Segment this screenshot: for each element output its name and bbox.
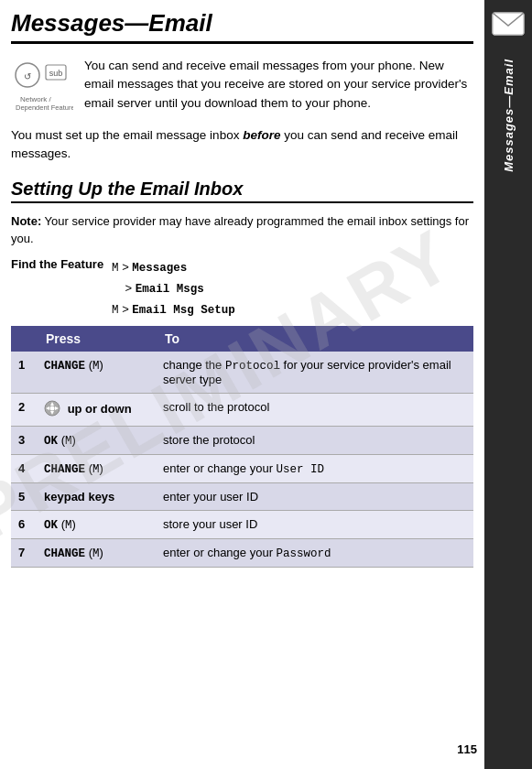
table-row: 4 CHANGE (M) enter or change your User I…: [11, 455, 473, 483]
section-heading: Setting Up the Email Inbox: [11, 179, 473, 203]
press-cell: CHANGE (M): [37, 539, 156, 568]
press-cell: OK (M): [37, 427, 156, 455]
menu-icon-2: M: [112, 304, 119, 317]
to-cell: store the protocol: [156, 427, 473, 455]
table-row: 1 CHANGE (M) change the Protocol for you…: [11, 352, 473, 394]
to-cell: enter or change your Password: [156, 539, 473, 568]
press-ok-3: OK: [44, 435, 58, 448]
row-num: 5: [11, 483, 37, 511]
note-body: Your service provider may have already p…: [11, 214, 469, 246]
press-cell: keypad keys: [37, 483, 156, 511]
userid-word: User ID: [277, 463, 325, 476]
press-change-4: CHANGE: [44, 463, 85, 476]
page-title: Messages—Email: [11, 9, 473, 44]
to-cell: scroll to the protocol: [156, 394, 473, 427]
instruction-table: Press To 1 CHANGE (M) change the Protoco…: [11, 326, 473, 568]
press-cell: CHANGE (M): [37, 455, 156, 483]
table-row: 5 keypad keys enter your user ID: [11, 483, 473, 511]
table-row: 3 OK (M) store the protocol: [11, 427, 473, 455]
col-header-press: Press: [37, 326, 156, 352]
row-num: 2: [11, 394, 37, 427]
svg-text:Network /: Network /: [20, 95, 52, 103]
key-icon-7: M: [92, 547, 100, 560]
network-feature-icon: ↺ sub Network / Dependent Feature: [11, 60, 75, 115]
svg-text:Dependent Feature: Dependent Feature: [16, 103, 73, 112]
note-text: Note: Your service provider may have alr…: [11, 212, 473, 248]
step-email-setup: Email Msg Setup: [132, 304, 235, 317]
sidebar-tab: Messages—Email: [484, 0, 532, 769]
press-cell: OK (M): [37, 511, 156, 539]
press-change-1: CHANGE: [44, 360, 85, 373]
nav-disc-icon: [44, 400, 60, 419]
intro-paragraph-1: You can send and receive email messages …: [84, 57, 473, 113]
key-icon-4: M: [92, 463, 100, 476]
svg-text:sub: sub: [49, 69, 63, 78]
to-cell: store your user ID: [156, 511, 473, 539]
press-change-7: CHANGE: [44, 547, 85, 560]
find-feature: Find the Feature M > Messages > Email Ms…: [11, 257, 473, 321]
page-container: PRELIMINARY Messages—Email Messages—Emai…: [0, 0, 532, 769]
table-row: 7 CHANGE (M) enter or change your Passwo…: [11, 539, 473, 568]
press-keypad: keypad keys: [44, 490, 114, 504]
email-icon: [491, 9, 526, 40]
note-label: Note:: [11, 214, 41, 228]
step-email-msgs: Email Msgs: [136, 283, 204, 296]
col-header-to: To: [156, 326, 473, 352]
row-num: 1: [11, 352, 37, 394]
protocol-word: Protocol: [225, 360, 280, 373]
to-cell: enter or change your User ID: [156, 455, 473, 483]
table-header-row: Press To: [11, 326, 473, 352]
to-cell: change the Protocol for your service pro…: [156, 352, 473, 394]
press-updown: up or down: [68, 402, 132, 416]
col-header-num: [11, 326, 37, 352]
key-icon-1: M: [92, 360, 100, 373]
row-num: 6: [11, 511, 37, 539]
before-emphasis: before: [243, 128, 280, 142]
table-row: 2 up o: [11, 394, 473, 427]
key-icon-6: M: [65, 519, 72, 532]
row-num: 7: [11, 539, 37, 568]
find-feature-steps: M > Messages > Email Msgs M > Email Msg …: [112, 257, 235, 321]
press-cell: up or down: [37, 394, 156, 427]
press-cell: CHANGE (M): [37, 352, 156, 394]
intro-paragraph-2: You must set up the email message inbox …: [11, 126, 473, 164]
find-feature-label: Find the Feature: [11, 257, 112, 271]
key-icon-3: M: [65, 435, 72, 448]
to-cell: enter your user ID: [156, 483, 473, 511]
intro-section: ↺ sub Network / Dependent Feature You ca…: [11, 57, 473, 115]
press-ok-6: OK: [44, 519, 58, 532]
table-row: 6 OK (M) store your user ID: [11, 511, 473, 539]
page-number: 115: [457, 742, 477, 756]
row-num: 4: [11, 455, 37, 483]
sidebar-label: Messages—Email: [502, 59, 516, 172]
svg-text:↺: ↺: [24, 71, 31, 81]
menu-icon-1: M: [112, 262, 119, 275]
main-content: Messages—Email ↺ sub Network / Dependent…: [0, 9, 484, 577]
row-num: 3: [11, 427, 37, 455]
step-messages: Messages: [132, 262, 187, 275]
svg-point-13: [50, 406, 55, 411]
password-word: Password: [277, 547, 331, 560]
